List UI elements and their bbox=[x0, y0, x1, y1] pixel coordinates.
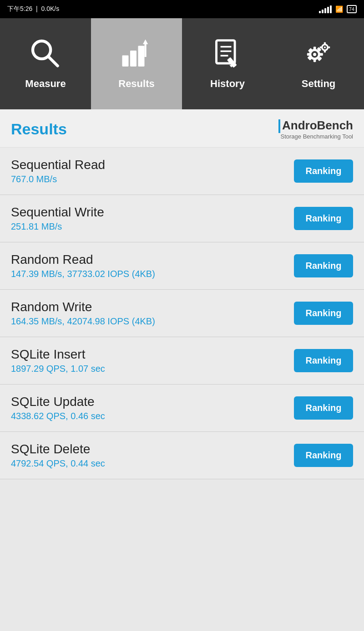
result-info: Sequential Write251.81 MB/s bbox=[11, 205, 104, 232]
status-time: 下午5:26 bbox=[7, 5, 32, 12]
results-list: Sequential Read767.0 MB/sRankingSequenti… bbox=[0, 148, 364, 479]
result-value: 251.81 MB/s bbox=[11, 221, 104, 232]
result-info: SQLite Update4338.62 QPS, 0.46 sec bbox=[11, 395, 105, 421]
result-name: SQLite Update bbox=[11, 395, 105, 409]
setting-icon bbox=[303, 38, 334, 74]
svg-point-24 bbox=[324, 46, 326, 48]
ranking-button[interactable]: Ranking bbox=[294, 444, 353, 467]
signal-icon bbox=[319, 5, 332, 13]
ranking-button[interactable]: Ranking bbox=[294, 302, 353, 325]
result-value: 1897.29 QPS, 1.07 sec bbox=[11, 364, 105, 374]
status-time-speed: 下午5:26 | 0.0K/s bbox=[7, 5, 59, 13]
tab-results[interactable]: Results bbox=[91, 18, 182, 109]
brand-logo: AndroBench Storage Benchmarking Tool bbox=[278, 118, 353, 140]
result-value: 4338.62 QPS, 0.46 sec bbox=[11, 411, 105, 421]
nav-tabs: Measure Results bbox=[0, 18, 364, 109]
result-info: Sequential Read767.0 MB/s bbox=[11, 158, 105, 185]
status-speed: 0.0K/s bbox=[41, 5, 59, 12]
result-row: Random Read147.39 MB/s, 37733.02 IOPS (4… bbox=[0, 242, 364, 290]
svg-line-1 bbox=[48, 56, 58, 66]
ranking-button[interactable]: Ranking bbox=[294, 254, 353, 277]
status-icons: 📶 74 bbox=[319, 5, 357, 13]
svg-rect-18 bbox=[319, 53, 323, 56]
svg-rect-28 bbox=[328, 46, 330, 48]
svg-marker-6 bbox=[143, 40, 148, 45]
result-row: Sequential Write251.81 MB/sRanking bbox=[0, 195, 364, 242]
svg-rect-3 bbox=[130, 51, 136, 67]
tab-setting[interactable]: Setting bbox=[273, 18, 364, 109]
result-name: SQLite Delete bbox=[11, 442, 105, 457]
result-value: 164.35 MB/s, 42074.98 IOPS (4KB) bbox=[11, 316, 155, 327]
tab-history-label: History bbox=[210, 78, 245, 90]
ranking-button[interactable]: Ranking bbox=[294, 349, 353, 372]
page-title: Results bbox=[11, 120, 67, 138]
result-info: SQLite Delete4792.54 QPS, 0.44 sec bbox=[11, 442, 105, 469]
ranking-button[interactable]: Ranking bbox=[294, 396, 353, 420]
ranking-button[interactable]: Ranking bbox=[294, 159, 353, 183]
tab-results-label: Results bbox=[118, 78, 154, 90]
svg-rect-16 bbox=[313, 58, 316, 62]
result-row: Sequential Read767.0 MB/sRanking bbox=[0, 148, 364, 195]
ranking-button[interactable]: Ranking bbox=[294, 207, 353, 230]
result-name: Random Read bbox=[11, 252, 155, 267]
tab-measure-label: Measure bbox=[25, 78, 66, 90]
result-info: Random Read147.39 MB/s, 37733.02 IOPS (4… bbox=[11, 252, 155, 279]
svg-rect-27 bbox=[320, 46, 323, 48]
svg-rect-26 bbox=[324, 50, 326, 53]
result-name: SQLite Insert bbox=[11, 347, 105, 362]
tab-measure[interactable]: Measure bbox=[0, 18, 91, 109]
results-icon bbox=[121, 38, 152, 74]
brand-bar bbox=[278, 119, 280, 133]
brand-subtitle: Storage Benchmarking Tool bbox=[281, 133, 353, 140]
result-info: SQLite Insert1897.29 QPS, 1.07 sec bbox=[11, 347, 105, 374]
tab-history[interactable]: History bbox=[182, 18, 273, 109]
result-info: Random Write164.35 MB/s, 42074.98 IOPS (… bbox=[11, 300, 155, 327]
svg-rect-4 bbox=[138, 46, 145, 67]
history-icon bbox=[212, 38, 243, 74]
svg-rect-25 bbox=[324, 42, 326, 45]
battery-icon: 74 bbox=[347, 5, 357, 13]
results-header: Results AndroBench Storage Benchmarking … bbox=[0, 109, 364, 148]
svg-rect-2 bbox=[122, 56, 129, 67]
result-name: Sequential Write bbox=[11, 205, 104, 220]
status-bar: 下午5:26 | 0.0K/s 📶 74 bbox=[0, 0, 364, 18]
result-row: SQLite Insert1897.29 QPS, 1.07 secRankin… bbox=[0, 337, 364, 385]
result-row: Random Write164.35 MB/s, 42074.98 IOPS (… bbox=[0, 290, 364, 337]
result-value: 767.0 MB/s bbox=[11, 174, 105, 185]
svg-rect-17 bbox=[307, 53, 311, 56]
result-value: 4792.54 QPS, 0.44 sec bbox=[11, 458, 105, 469]
svg-point-14 bbox=[313, 53, 316, 56]
tab-setting-label: Setting bbox=[302, 78, 336, 90]
result-name: Sequential Read bbox=[11, 158, 105, 172]
result-name: Random Write bbox=[11, 300, 155, 314]
result-value: 147.39 MB/s, 37733.02 IOPS (4KB) bbox=[11, 269, 155, 279]
brand-name: AndroBench bbox=[278, 118, 353, 133]
result-row: SQLite Delete4792.54 QPS, 0.44 secRankin… bbox=[0, 432, 364, 479]
measure-icon bbox=[30, 38, 61, 74]
svg-rect-15 bbox=[313, 47, 316, 51]
result-row: SQLite Update4338.62 QPS, 0.46 secRankin… bbox=[0, 385, 364, 432]
wifi-icon: 📶 bbox=[335, 5, 343, 13]
